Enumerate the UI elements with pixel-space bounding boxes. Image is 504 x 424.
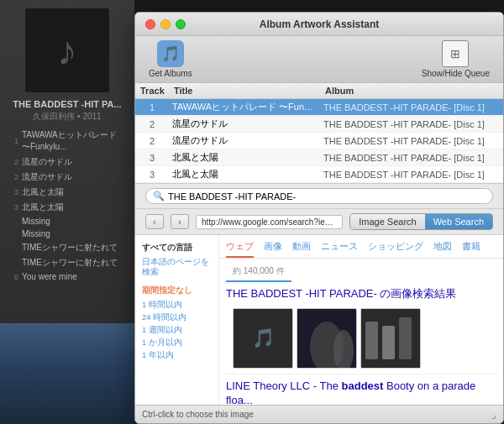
show-hide-queue-button[interactable]: ⊞ Show/Hide Queue xyxy=(422,40,490,78)
itunes-track-item[interactable]: TIMEシャワーに射たれて xyxy=(5,255,129,270)
cell-title: 北風と太陽 xyxy=(169,151,320,164)
get-albums-icon: 🎵 xyxy=(157,40,184,67)
period-link[interactable]: 1 週間以内 xyxy=(142,325,212,336)
image-result-title[interactable]: THE BADDEST -HIT PARADE- の画像検索結果 xyxy=(226,287,496,301)
svg-rect-7 xyxy=(382,326,395,359)
svg-rect-8 xyxy=(399,317,412,359)
forward-button[interactable]: › xyxy=(171,214,189,229)
cell-track: 2 xyxy=(135,136,169,146)
link-result-title[interactable]: LINE Theory LLC - The baddest Booty on a… xyxy=(226,380,496,405)
statusbar: Ctrl-click to choose this image ⌟ xyxy=(135,405,503,423)
toolbar: 🎵 Get Albums ⊞ Show/Hide Queue xyxy=(135,36,503,83)
tab-video[interactable]: 動画 xyxy=(292,238,311,258)
track-num: 6 xyxy=(8,273,18,281)
itunes-track-item[interactable]: 3北風と太陽 xyxy=(5,185,129,200)
track-num: 2 xyxy=(8,158,18,166)
back-button[interactable]: ‹ xyxy=(145,214,164,229)
itunes-track-item[interactable]: Missing xyxy=(5,228,129,240)
cell-title: 流星のサドル xyxy=(169,134,320,147)
image-result-section: THE BADDEST -HIT PARADE- の画像検索結果 🎵 xyxy=(226,287,496,374)
tab-shopping[interactable]: ショッピング xyxy=(368,238,423,258)
tab-news[interactable]: ニュース xyxy=(321,238,358,258)
track-title: TIMEシャワーに射たれて xyxy=(22,242,118,254)
music-note-icon: ♪ xyxy=(57,28,77,74)
cell-track: 3 xyxy=(135,153,169,163)
result-count: 約 140,000 件 xyxy=(226,262,291,282)
table-header: Track Title Album xyxy=(135,83,503,99)
show-hide-icon: ⊞ xyxy=(442,40,469,67)
itunes-track-item[interactable]: 3北風と太陽 xyxy=(5,200,129,215)
itunes-background-image xyxy=(0,323,134,424)
tab-books[interactable]: 書籍 xyxy=(462,238,480,258)
web-search-button[interactable]: Web Search xyxy=(425,214,492,229)
table-row[interactable]: 3北風と太陽THE BADDEST -HIT PARADE- [Disc 1] xyxy=(135,166,503,183)
image-thumb-2[interactable] xyxy=(297,308,357,369)
svg-text:🎵: 🎵 xyxy=(252,327,276,349)
search-bar: 🔍 xyxy=(135,184,503,209)
minimize-button[interactable] xyxy=(160,19,171,29)
thumb-svg-1: 🎵 xyxy=(234,309,292,368)
maximize-button[interactable] xyxy=(176,19,186,29)
get-albums-label: Get Albums xyxy=(149,69,192,78)
titlebar: Album Artwork Assistant xyxy=(135,13,503,36)
track-title: Missing xyxy=(22,217,50,226)
cell-album: THE BADDEST -HIT PARADE- [Disc 1] xyxy=(320,102,503,113)
tab-web[interactable]: ウェブ xyxy=(226,238,254,258)
cell-album: THE BADDEST -HIT PARADE- [Disc 1] xyxy=(320,119,503,129)
itunes-track-item[interactable]: 1TAWAWAヒットパレード 〜Funkylu... xyxy=(5,128,129,154)
period-link[interactable]: 24 時間以内 xyxy=(142,312,212,323)
period-title: 期間指定なし xyxy=(142,285,212,296)
track-num: 3 xyxy=(8,188,18,196)
web-nav-tabs: ウェブ 画像 動画 ニュース ショッピング 地図 書籍 xyxy=(219,235,503,259)
track-title: 流星のサドル xyxy=(22,156,72,168)
table-row[interactable]: 1TAWAWAヒットパレード 〜Funkylude~THE BADDEST -H… xyxy=(135,99,503,116)
track-title: Missing xyxy=(22,229,50,238)
image-thumbnails-row: 🎵 xyxy=(226,303,496,374)
get-albums-button[interactable]: 🎵 Get Albums xyxy=(149,40,192,78)
search-input[interactable] xyxy=(168,191,486,202)
search-toggle-bar: ‹ › http://www.google.com/search?ie=UTF-… xyxy=(135,209,503,235)
image-search-button[interactable]: Image Search xyxy=(350,214,424,229)
thumb-svg-3 xyxy=(361,309,420,368)
tab-map[interactable]: 地図 xyxy=(433,238,452,258)
itunes-artist: 久保田利伟 • 2011 xyxy=(0,111,134,123)
track-title: TAWAWAヒットパレード 〜Funkylu... xyxy=(22,129,126,153)
itunes-track-item[interactable]: Missing xyxy=(5,215,129,228)
close-button[interactable] xyxy=(145,19,155,29)
itunes-track-item[interactable]: TIMEシャワーに射たれて xyxy=(5,240,129,255)
album-art: ♪ xyxy=(25,8,109,92)
period-link[interactable]: 1 か月以内 xyxy=(142,338,212,348)
track-num: 1 xyxy=(8,137,18,145)
period-link[interactable]: 1 時間以内 xyxy=(142,300,212,311)
track-num: 3 xyxy=(8,203,18,212)
track-table: Track Title Album 1TAWAWAヒットパレード 〜Funkyl… xyxy=(135,83,503,184)
image-thumb-1[interactable]: 🎵 xyxy=(233,308,293,369)
web-left-panel: すべての言語 日本語のページを検索 期間指定なし 1 時間以内24 時間以内1 … xyxy=(135,235,219,405)
track-num: 2 xyxy=(8,173,18,181)
awa-window: Album Artwork Assistant 🎵 Get Albums ⊞ S… xyxy=(134,12,504,424)
period-link[interactable]: 1 年以内 xyxy=(142,350,212,361)
tab-images[interactable]: 画像 xyxy=(264,238,282,258)
image-thumb-3[interactable] xyxy=(360,308,421,369)
cell-title: 流星のサドル xyxy=(169,118,320,130)
itunes-track-item[interactable]: 6You were mine xyxy=(5,270,129,283)
web-content: すべての言語 日本語のページを検索 期間指定なし 1 時間以内24 時間以内1 … xyxy=(135,235,503,405)
svg-rect-6 xyxy=(365,322,378,359)
lang-title: すべての言語 xyxy=(142,242,212,254)
table-row[interactable]: 3北風と太陽THE BADDEST -HIT PARADE- [Disc 1] xyxy=(135,149,503,166)
track-title: 流星のサドル xyxy=(22,171,72,183)
table-row[interactable]: 2流星のサドルTHE BADDEST -HIT PARADE- [Disc 1] xyxy=(135,116,503,133)
titlebar-buttons xyxy=(145,19,186,29)
thumb-svg-2 xyxy=(297,309,356,368)
url-bar: http://www.google.com/search?ie=UTF-8&q=… xyxy=(196,215,343,229)
cell-album: THE BADDEST -HIT PARADE- [Disc 1] xyxy=(320,136,503,146)
itunes-panel: ♪ THE BADDEST -HIT PA... 久保田利伟 • 2011 1T… xyxy=(0,0,134,424)
web-main: ウェブ 画像 動画 ニュース ショッピング 地図 書籍 約 140,000 件 … xyxy=(219,235,503,405)
itunes-track-item[interactable]: 2流星のサドル xyxy=(5,170,129,185)
table-row[interactable]: 2流星のサドルTHE BADDEST -HIT PARADE- [Disc 1] xyxy=(135,133,503,149)
search-input-wrapper[interactable]: 🔍 xyxy=(145,188,493,204)
cell-album: THE BADDEST -HIT PARADE- [Disc 1] xyxy=(320,170,503,180)
lang-link[interactable]: 日本語のページを検索 xyxy=(142,257,212,278)
col-title: Title xyxy=(169,86,320,96)
itunes-track-item[interactable]: 2流星のサドル xyxy=(5,154,129,170)
